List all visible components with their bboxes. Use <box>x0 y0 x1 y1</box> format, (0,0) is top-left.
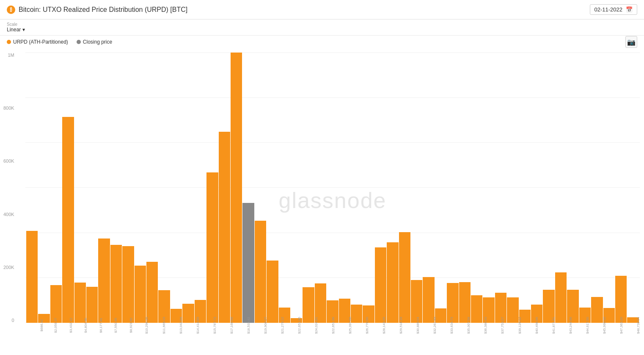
bar-31[interactable] <box>399 232 410 323</box>
x-label-22: $29,516.19 <box>391 317 403 334</box>
x-label-34: $45,990.35 <box>594 317 606 334</box>
camera-button[interactable]: 📷 <box>625 36 637 48</box>
scale-dropdown[interactable]: Linear ▾ <box>7 27 637 33</box>
x-label-15: $21,279.12 <box>272 317 284 334</box>
x-label-18: $22,651.96 <box>323 317 335 334</box>
bars-container <box>25 53 640 323</box>
legend-urpd-label: URPD (ATH-Partitioned) <box>13 39 68 45</box>
x-label-0: $686.42 <box>31 319 44 332</box>
bar-4[interactable] <box>74 283 86 323</box>
bar-0[interactable] <box>26 231 38 323</box>
bar-30[interactable] <box>387 242 398 323</box>
bar-6[interactable] <box>98 239 110 323</box>
bar-20[interactable] <box>267 261 278 323</box>
x-label-5: $7,550.65 <box>105 318 118 333</box>
x-label-7: $10,296.35 <box>137 317 149 334</box>
x-label-13: $18,533.42 <box>238 317 250 334</box>
x-label-33: $44,617.50 <box>577 317 589 334</box>
bar-19[interactable] <box>255 221 266 323</box>
btc-icon: ₿ <box>7 6 15 14</box>
x-label-21: $28,143.35 <box>374 317 386 334</box>
bar-8[interactable] <box>122 246 134 323</box>
bar-16[interactable] <box>219 132 230 323</box>
bar-7[interactable] <box>110 245 122 323</box>
bar-49[interactable] <box>615 276 627 323</box>
x-label-24: $32,261.89 <box>424 317 437 334</box>
bar-18[interactable] <box>242 203 254 323</box>
chart-container: glassnode 1M 800K 600K 400K 200K 0 $686.… <box>25 53 640 348</box>
bar-9[interactable] <box>135 266 146 323</box>
header: ₿ Bitcoin: UTXO Realized Price Distribut… <box>0 0 644 19</box>
bar-15[interactable] <box>206 172 218 323</box>
x-label-29: $39,126.12 <box>509 317 522 334</box>
x-label-3: $4,804.96 <box>75 318 88 333</box>
x-label-36: $48,736.04 <box>628 317 640 334</box>
legend-item-closing: Closing price <box>77 39 112 45</box>
x-label-17: $24,024.81 <box>306 317 318 334</box>
x-label-28: $37,753.27 <box>492 317 504 334</box>
legend-item-urpd: URPD (ATH-Partitioned) <box>7 39 68 45</box>
x-label-12: $17,160.58 <box>221 317 234 334</box>
scale-value: Linear <box>7 27 21 33</box>
x-label-19: $25,397.66 <box>340 317 352 334</box>
orange-dot-icon <box>7 40 11 44</box>
scale-area: Scale Linear ▾ <box>0 19 644 36</box>
bar-17[interactable] <box>231 53 242 323</box>
calendar-icon: 📅 <box>626 6 633 13</box>
x-label-8: $11,669.19 <box>154 317 166 334</box>
bar-44[interactable] <box>555 272 567 323</box>
chart-area: glassnode 1M 800K 600K 400K 200K 0 $686.… <box>0 48 644 348</box>
y-axis <box>0 48 25 323</box>
x-label-1: $2,059.27 <box>45 318 58 333</box>
page-title: Bitcoin: UTXO Realized Price Distributio… <box>19 6 187 14</box>
x-label-23: $30,889.04 <box>407 317 420 334</box>
bar-32[interactable] <box>411 280 422 323</box>
gray-dot-icon <box>77 40 81 44</box>
x-label-20: $26,770.50 <box>357 317 369 334</box>
date-picker[interactable]: 02-11-2022 📅 <box>590 4 638 15</box>
x-label-2: $3,432.12 <box>60 318 72 333</box>
date-value: 02-11-2022 <box>594 6 623 13</box>
scale-label: Scale <box>7 22 637 27</box>
bar-3[interactable] <box>62 117 74 323</box>
legend: URPD (ATH-Partitioned) Closing price 📷 <box>0 36 644 48</box>
camera-icon: 📷 <box>627 38 636 46</box>
x-label-25: $33,634.73 <box>441 317 454 334</box>
x-label-9: $13,042.04 <box>171 317 183 334</box>
legend-closing-label: Closing price <box>83 39 112 45</box>
x-label-6: $8,923.50 <box>121 318 133 333</box>
bar-5[interactable] <box>86 287 98 323</box>
x-label-11: $15,787.73 <box>204 317 217 334</box>
x-label-30: $40,498.96 <box>526 317 539 334</box>
bar-2[interactable] <box>50 285 62 323</box>
x-label-27: $36,380.43 <box>475 317 487 334</box>
x-label-35: $47,363.20 <box>611 317 623 334</box>
title-area: ₿ Bitcoin: UTXO Realized Price Distribut… <box>7 6 187 14</box>
x-label-26: $35,007.58 <box>458 317 471 334</box>
x-label-32: $43,244.66 <box>560 317 572 334</box>
x-axis: $686.42$2,059.27$3,432.12$4,804.96$6,177… <box>25 324 640 348</box>
x-label-10: $14,414.89 <box>187 317 200 334</box>
bar-29[interactable] <box>375 247 386 323</box>
x-label-16: $22,651.96 <box>289 317 301 334</box>
bar-33[interactable] <box>423 277 434 323</box>
x-label-31: $41,871.81 <box>543 317 556 334</box>
chevron-down-icon: ▾ <box>22 27 25 33</box>
bar-10[interactable] <box>146 262 158 323</box>
x-label-4: $6,177.81 <box>91 318 103 333</box>
x-label-14: $19,906.27 <box>255 317 267 334</box>
